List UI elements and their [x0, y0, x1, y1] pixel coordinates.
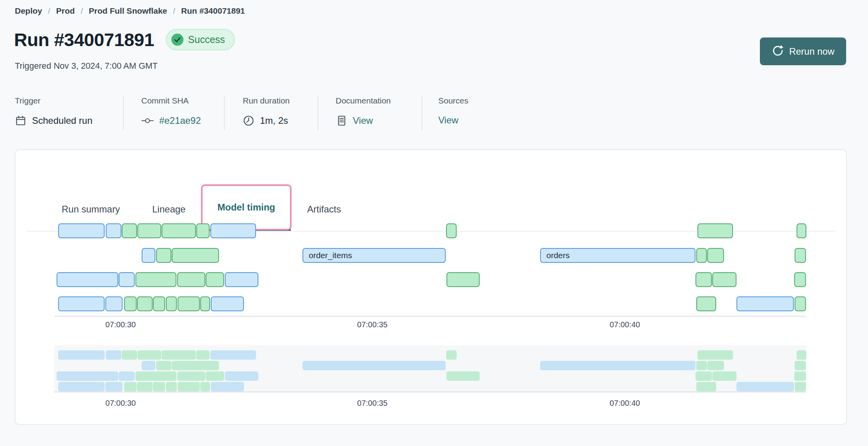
minimap-bar [794, 371, 806, 381]
gantt-bar[interactable] [446, 272, 480, 287]
gantt-bar[interactable] [166, 296, 177, 311]
rerun-button-label: Rerun now [789, 46, 834, 57]
minimap-bar [156, 361, 171, 370]
meta-commit-label: Commit SHA [141, 96, 224, 105]
gantt-bar[interactable] [177, 272, 205, 287]
minimap-bar [795, 382, 806, 391]
gantt-bar[interactable] [137, 296, 153, 311]
tab-model-timing-label: Model timing [217, 202, 275, 213]
gantt-bar[interactable] [797, 223, 806, 238]
gantt-bar[interactable] [153, 296, 165, 311]
minimap-bar [153, 382, 165, 391]
gantt-bar[interactable] [172, 248, 219, 263]
gantt-bar[interactable] [156, 248, 171, 263]
breadcrumb-prod[interactable]: Prod [56, 6, 75, 16]
gantt-bar[interactable] [697, 223, 733, 238]
breadcrumb-separator: / [81, 6, 83, 16]
tab-run-summary[interactable]: Run summary [62, 204, 120, 215]
gantt-bar[interactable] [712, 272, 736, 287]
gantt-bar[interactable] [696, 296, 716, 311]
minimap-bar [736, 382, 794, 391]
gantt-bar[interactable] [794, 272, 806, 287]
gantt-bar[interactable] [196, 223, 210, 238]
status-badge-label: Success [188, 34, 225, 45]
minimap-bar [137, 382, 153, 391]
minimap-bar [137, 350, 161, 360]
meta-trigger: Trigger Scheduled run [15, 95, 123, 130]
gantt-bar[interactable] [162, 223, 196, 238]
meta-duration-label: Run duration [243, 96, 318, 105]
sources-view-link[interactable]: View [438, 115, 503, 126]
page-title: Run #340071891 [14, 29, 154, 50]
minimap-bar [695, 371, 712, 381]
gantt-bar[interactable] [210, 223, 256, 238]
breadcrumb-deploy[interactable]: Deploy [15, 6, 42, 16]
gantt-bar[interactable] [696, 248, 707, 263]
minimap-bar [696, 361, 707, 370]
gantt-bar[interactable] [124, 296, 137, 311]
gantt-bar[interactable] [106, 223, 121, 238]
minimap-bar [119, 371, 135, 381]
minimap-bar [696, 382, 716, 391]
gantt-bar[interactable] [58, 223, 105, 238]
minimap-bar [712, 371, 736, 381]
gantt-bar[interactable] [795, 248, 806, 263]
meta-trigger-value: Scheduled run [15, 115, 123, 127]
meta-sources: Sources View [422, 95, 503, 130]
gantt-bar[interactable] [446, 223, 457, 238]
documentation-view-link[interactable]: View [336, 115, 422, 127]
gantt-bar[interactable] [119, 272, 135, 287]
meta-documentation-label: Documentation [336, 96, 422, 105]
gantt-bar[interactable] [58, 296, 105, 311]
commit-sha-link[interactable]: #e21ae92 [141, 115, 224, 127]
gantt-bar-order_items[interactable]: order_items [302, 248, 446, 263]
docs-icon [336, 115, 347, 127]
gantt-bar[interactable] [142, 248, 155, 263]
breadcrumb-environment[interactable]: Prod Full Snowflake [89, 6, 167, 16]
triggered-timestamp: Triggered Nov 3, 2024, 7:00 AM GMT [15, 61, 158, 71]
minimap-bar [225, 371, 258, 381]
gantt-bar[interactable] [795, 296, 806, 311]
minimap-bar [697, 350, 733, 360]
gantt-bar[interactable] [206, 272, 224, 287]
breadcrumb-separator: / [48, 6, 50, 16]
breadcrumb: Deploy / Prod / Prod Full Snowflake / Ru… [15, 6, 245, 16]
commit-icon [141, 115, 154, 127]
minimap-bar [106, 350, 121, 360]
meta-duration-text: 1m, 2s [260, 115, 288, 126]
gantt-axis-line [54, 316, 806, 317]
calendar-icon [15, 115, 27, 127]
axis-tick: 07:00:30 [105, 320, 136, 329]
gantt-bar[interactable] [178, 296, 200, 311]
minimap-bar [166, 382, 177, 391]
meta-sources-label: Sources [438, 96, 503, 105]
meta-duration: Run duration 1m, 2s [224, 95, 318, 130]
minimap-bar [795, 361, 806, 370]
gantt-minimap-brush[interactable] [54, 345, 806, 392]
minimap-bar [302, 361, 446, 370]
gantt-bar[interactable] [200, 296, 210, 311]
tab-artifacts[interactable]: Artifacts [307, 204, 341, 215]
gantt-bar[interactable] [707, 248, 724, 263]
axis-tick: 07:00:30 [105, 399, 136, 408]
gantt-bar[interactable] [211, 296, 244, 311]
gantt-bar[interactable] [122, 223, 137, 238]
gantt-bar[interactable] [225, 272, 258, 287]
gantt-bar[interactable] [736, 296, 794, 311]
rerun-now-button[interactable]: Rerun now [760, 37, 846, 65]
run-meta-row: Trigger Scheduled run Commit SHA #e21ae9… [15, 95, 503, 130]
tab-lineage[interactable]: Lineage [152, 204, 185, 215]
gantt-bar-orders[interactable]: orders [540, 248, 695, 263]
breadcrumb-run[interactable]: Run #340071891 [181, 6, 245, 16]
gantt-bar[interactable] [57, 272, 118, 287]
gantt-bar[interactable] [137, 223, 161, 238]
minimap-bar [707, 361, 724, 370]
minimap-bar [210, 350, 256, 360]
minimap-bar [58, 382, 105, 391]
gantt-bar[interactable] [105, 296, 123, 311]
gantt-bar[interactable] [135, 272, 176, 287]
gantt-bar[interactable] [695, 272, 712, 287]
minimap-bar [58, 350, 105, 360]
minimap-bar [446, 350, 457, 360]
minimap-bar [124, 382, 137, 391]
